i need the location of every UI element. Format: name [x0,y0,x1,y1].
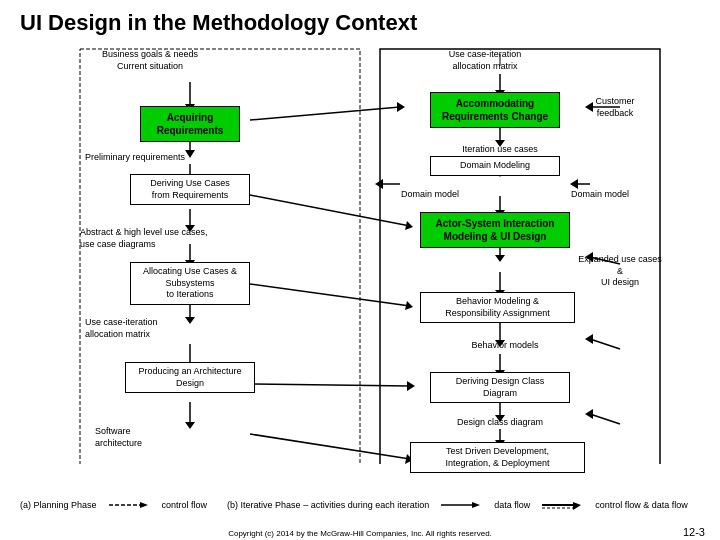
copyright-text: Copyright (c) 2014 by the McGraw-Hill Co… [0,529,720,538]
dashed-arrow-icon [107,498,152,512]
svg-marker-58 [585,409,593,419]
combo-arrow-icon [540,498,585,512]
page-title: UI Design in the Methodology Context [20,10,700,36]
abstract-label: Abstract & high level use cases,use case… [80,227,245,250]
solid-arrow-icon [439,498,484,512]
svg-marker-67 [573,502,581,510]
svg-marker-39 [405,221,413,230]
iteration-use-cases-label: Iteration use cases [435,144,565,156]
phase-a-label: (a) Planning Phase [20,500,97,510]
svg-line-36 [250,107,400,120]
page: UI Design in the Methodology Context [0,0,720,540]
design-class-label: Design class diagram [435,417,565,429]
actor-system-box: Actor-System InteractionModeling & UI De… [420,212,570,248]
svg-marker-43 [407,381,415,391]
use-case-iter-alloc-label: Use case-iterationallocation matrix [85,317,215,340]
svg-marker-64 [472,502,480,508]
svg-line-38 [250,195,410,226]
svg-marker-62 [140,502,148,508]
expanded-label: Expanded use cases &UI design [575,254,665,289]
svg-line-55 [590,339,620,349]
svg-marker-15 [185,422,195,429]
svg-marker-51 [570,179,578,189]
legend-area: (a) Planning Phase control flow (b) Iter… [20,498,700,512]
customer-feedback-label: Customerfeedback [580,96,650,119]
data-flow-label: data flow [494,500,530,510]
diagram-area: Business goals & needs Current situation… [20,44,700,464]
producing-box: Producing an ArchitectureDesign [125,362,255,393]
accommodating-box: AccommodatingRequirements Change [430,92,560,128]
svg-line-44 [250,434,410,459]
svg-marker-37 [397,102,405,112]
use-case-iter-matrix-label: Use case-iterationallocation matrix [410,49,560,72]
prelim-req-label: Preliminary requirements [85,152,235,164]
software-arch-label: Softwarearchitecture [95,426,185,449]
svg-marker-52 [375,179,383,189]
acquiring-req-box: AcquiringRequirements [140,106,240,142]
phase-b-label: (b) Iterative Phase – activities during … [227,500,429,510]
behavior-modeling-box: Behavior Modeling &Responsibility Assign… [420,292,575,323]
deriving-use-cases-box: Deriving Use Casesfrom Requirements [130,174,250,205]
allocating-box: Allocating Use Cases &Subsystemsto Itera… [130,262,250,305]
behavior-models-label: Behavior models [445,340,565,352]
svg-marker-56 [585,334,593,344]
domain-modeling-box: Domain Modeling [430,156,560,176]
svg-line-40 [250,284,410,306]
page-number: 12-3 [683,526,705,538]
test-driven-box: Test Driven Development,Integration, & D… [410,442,585,473]
control-flow-label: control flow [162,500,208,510]
biz-goals-label: Business goals & needs Current situation [100,49,200,72]
domain-model-right-label: Domain model [560,189,640,201]
svg-marker-25 [495,255,505,262]
svg-marker-41 [405,301,413,310]
deriving-design-class-box: Deriving Design ClassDiagram [430,372,570,403]
svg-line-42 [250,384,410,386]
control-data-flow-label: control flow & data flow [595,500,688,510]
domain-model-left-label: Domain model [390,189,470,201]
svg-line-57 [590,414,620,424]
